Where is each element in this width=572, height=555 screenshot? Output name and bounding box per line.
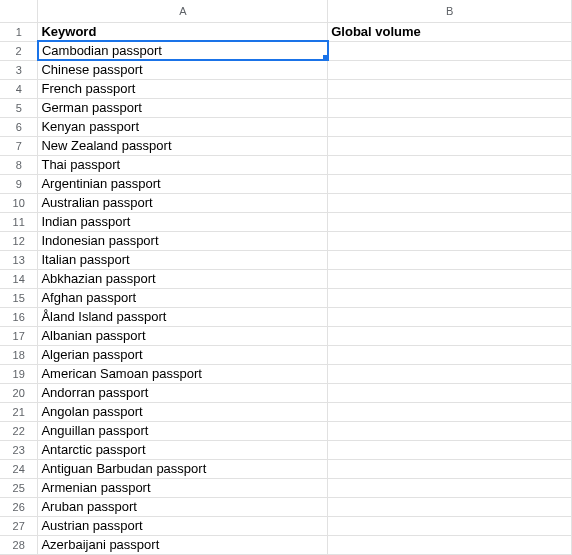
row-header[interactable]: 1 [0,22,38,41]
cell-b[interactable] [328,231,572,250]
cell-b[interactable] [328,478,572,497]
row-header[interactable]: 4 [0,79,38,98]
cell-a[interactable]: Albanian passport [38,326,328,345]
row-header[interactable]: 7 [0,136,38,155]
cell-b[interactable] [328,288,572,307]
cell-b[interactable] [328,117,572,136]
cell-a1[interactable]: Keyword [38,22,328,41]
data-row: 8Thai passport [0,155,572,174]
cell-b[interactable] [328,307,572,326]
row-header[interactable]: 20 [0,383,38,402]
data-row: 13Italian passport [0,250,572,269]
cell-a[interactable]: Åland Island passport [38,307,328,326]
row-header[interactable]: 12 [0,231,38,250]
cell-b[interactable] [328,250,572,269]
cell-a[interactable]: American Samoan passport [38,364,328,383]
cell-a[interactable]: Kenyan passport [38,117,328,136]
row-header[interactable]: 3 [0,60,38,79]
row-header[interactable]: 9 [0,174,38,193]
cell-b[interactable] [328,155,572,174]
cell-a[interactable]: Afghan passport [38,288,328,307]
data-row: 11Indian passport [0,212,572,231]
row-header[interactable]: 5 [0,98,38,117]
column-header-a[interactable]: A [38,0,328,22]
cell-a[interactable]: Armenian passport [38,478,328,497]
row-header[interactable]: 17 [0,326,38,345]
row-header[interactable]: 24 [0,459,38,478]
cell-a[interactable]: Aruban passport [38,497,328,516]
cell-b[interactable] [328,516,572,535]
cell-a[interactable]: Angolan passport [38,402,328,421]
cell-a[interactable]: Thai passport [38,155,328,174]
cell-b[interactable] [328,345,572,364]
cell-a[interactable]: Azerbaijani passport [38,535,328,554]
row-header[interactable]: 28 [0,535,38,554]
data-row: 28Azerbaijani passport [0,535,572,554]
row-header[interactable]: 22 [0,421,38,440]
data-row: 17Albanian passport [0,326,572,345]
row-header[interactable]: 10 [0,193,38,212]
cell-b[interactable] [328,383,572,402]
cell-a[interactable]: Austrian passport [38,516,328,535]
cell-b[interactable] [328,535,572,554]
cell-b[interactable] [328,326,572,345]
cell-b[interactable] [328,98,572,117]
data-row: 19American Samoan passport [0,364,572,383]
cell-b[interactable] [328,212,572,231]
cell-a[interactable]: Italian passport [38,250,328,269]
row-header[interactable]: 11 [0,212,38,231]
cell-a[interactable]: Cambodian passport [38,41,328,60]
cell-b[interactable] [328,421,572,440]
cell-a[interactable]: Antarctic passport [38,440,328,459]
cell-b[interactable] [328,79,572,98]
cell-b[interactable] [328,174,572,193]
cell-a[interactable]: Indonesian passport [38,231,328,250]
row-header[interactable]: 15 [0,288,38,307]
cell-a[interactable]: Andorran passport [38,383,328,402]
data-row: 27Austrian passport [0,516,572,535]
data-row: 16Åland Island passport [0,307,572,326]
row-header[interactable]: 14 [0,269,38,288]
cell-a[interactable]: German passport [38,98,328,117]
row-header[interactable]: 25 [0,478,38,497]
cell-a[interactable]: Argentinian passport [38,174,328,193]
cell-a[interactable]: New Zealand passport [38,136,328,155]
cell-b[interactable] [328,364,572,383]
cell-b1[interactable]: Global volume [328,22,572,41]
cell-b[interactable] [328,440,572,459]
row-header[interactable]: 27 [0,516,38,535]
cell-a[interactable]: Chinese passport [38,60,328,79]
cell-b[interactable] [328,60,572,79]
row-header[interactable]: 21 [0,402,38,421]
row-header[interactable]: 2 [0,41,38,60]
cell-a[interactable]: Anguillan passport [38,421,328,440]
data-row: 12Indonesian passport [0,231,572,250]
cell-b[interactable] [328,193,572,212]
row-header[interactable]: 6 [0,117,38,136]
column-header-b[interactable]: B [328,0,572,22]
cell-b[interactable] [328,497,572,516]
row-header[interactable]: 16 [0,307,38,326]
cell-a[interactable]: French passport [38,79,328,98]
cell-a[interactable]: Indian passport [38,212,328,231]
cell-b[interactable] [328,136,572,155]
cell-b[interactable] [328,459,572,478]
row-header[interactable]: 19 [0,364,38,383]
cell-b[interactable] [328,41,572,60]
row-header[interactable]: 8 [0,155,38,174]
cell-a[interactable]: Algerian passport [38,345,328,364]
row-header[interactable]: 26 [0,497,38,516]
cell-b[interactable] [328,402,572,421]
cell-a[interactable]: Antiguan Barbudan passport [38,459,328,478]
row-header[interactable]: 23 [0,440,38,459]
cell-a[interactable]: Australian passport [38,193,328,212]
data-row: 9Argentinian passport [0,174,572,193]
cell-b[interactable] [328,269,572,288]
spreadsheet-grid[interactable]: A B 1 Keyword Global volume 2Cambodian p… [0,0,572,555]
data-row: 24Antiguan Barbudan passport [0,459,572,478]
row-header[interactable]: 13 [0,250,38,269]
data-row: 26Aruban passport [0,497,572,516]
select-all-corner[interactable] [0,0,38,22]
cell-a[interactable]: Abkhazian passport [38,269,328,288]
row-header[interactable]: 18 [0,345,38,364]
